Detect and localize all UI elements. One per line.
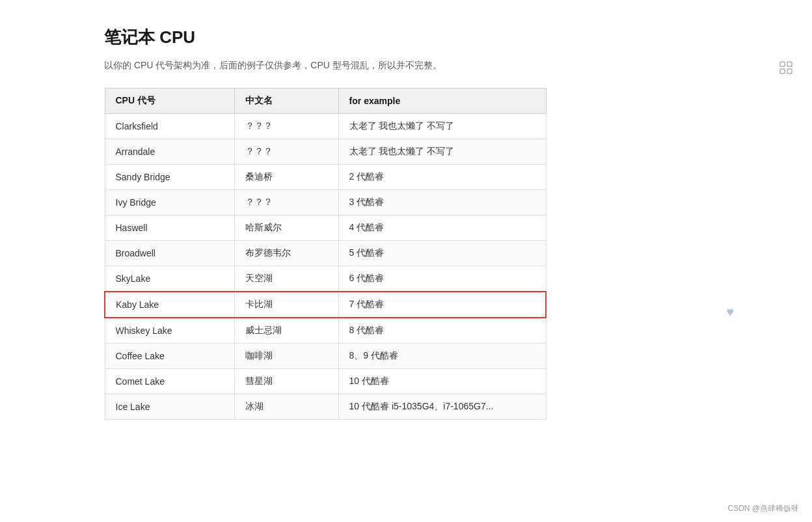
cell-cpu: Clarksfield (105, 114, 235, 139)
cell-cn: 卡比湖 (235, 292, 339, 318)
table-row: Clarksfield？？？太老了 我也太懒了 不写了 (105, 114, 546, 139)
cell-example: 10 代酷睿 i5-1035G4、i7-1065G7... (338, 394, 546, 420)
heart-icon: ♥ (726, 305, 734, 320)
cell-cpu: Sandy Bridge (105, 165, 235, 190)
col-header-cpu: CPU 代号 (105, 89, 235, 114)
cell-cpu: Arrandale (105, 139, 235, 165)
svg-rect-3 (787, 69, 792, 74)
main-content: 笔记本 CPU 以你的 CPU 代号架构为准，后面的例子仅供参考，CPU 型号混… (0, 0, 716, 446)
cell-example: 4 代酷睿 (338, 215, 546, 241)
cell-cpu: Coffee Lake (105, 344, 235, 369)
cell-example: 太老了 我也太懒了 不写了 (338, 114, 546, 139)
page-title: 笔记本 CPU (104, 26, 677, 49)
table-row: Whiskey Lake威士忌湖8 代酷睿 (105, 318, 546, 344)
cell-example: 2 代酷睿 (338, 165, 546, 190)
table-row: SkyLake天空湖6 代酷睿 (105, 266, 546, 292)
cell-cn: 桑迪桥 (235, 165, 339, 190)
svg-rect-2 (780, 69, 785, 74)
table-row: Comet Lake彗星湖10 代酷睿 (105, 369, 546, 394)
cell-cpu: Haswell (105, 215, 235, 241)
cell-cn: 威士忌湖 (235, 318, 339, 344)
cell-example: 太老了 我也太懒了 不写了 (338, 139, 546, 165)
cell-example: 5 代酷睿 (338, 241, 546, 266)
cell-cn: ？？？ (235, 114, 339, 139)
cell-cpu: Ivy Bridge (105, 190, 235, 215)
cell-cn: 哈斯威尔 (235, 215, 339, 241)
cell-example: 3 代酷睿 (338, 190, 546, 215)
footer-attribution: CSDN @燕肆稀饭呀 (727, 503, 799, 514)
cell-cn: 彗星湖 (235, 369, 339, 394)
table-row: Arrandale？？？太老了 我也太懒了 不写了 (105, 139, 546, 165)
cell-example: 8 代酷睿 (338, 318, 546, 344)
table-row: Ivy Bridge？？？3 代酷睿 (105, 190, 546, 215)
cell-example: 8、9 代酷睿 (338, 344, 546, 369)
cell-example: 7 代酷睿 (338, 292, 546, 318)
col-header-cn: 中文名 (235, 89, 339, 114)
cell-cpu: SkyLake (105, 266, 235, 292)
cell-cpu: Comet Lake (105, 369, 235, 394)
svg-rect-0 (780, 62, 785, 66)
cell-cpu: Broadwell (105, 241, 235, 266)
cell-example: 6 代酷睿 (338, 266, 546, 292)
table-row: Coffee Lake咖啡湖8、9 代酷睿 (105, 344, 546, 369)
table-row: Sandy Bridge桑迪桥2 代酷睿 (105, 165, 546, 190)
cell-cn: 天空湖 (235, 266, 339, 292)
cell-example: 10 代酷睿 (338, 369, 546, 394)
cell-cn: 布罗德韦尔 (235, 241, 339, 266)
table-row: Kaby Lake卡比湖7 代酷睿 (105, 292, 546, 318)
col-header-example: for example (338, 89, 546, 114)
table-body: Clarksfield？？？太老了 我也太懒了 不写了Arrandale？？？太… (105, 114, 546, 420)
page-subtitle: 以你的 CPU 代号架构为准，后面的例子仅供参考，CPU 型号混乱，所以并不完整… (104, 58, 677, 72)
cell-cn: 咖啡湖 (235, 344, 339, 369)
svg-rect-1 (787, 62, 792, 66)
cell-cpu: Ice Lake (105, 394, 235, 420)
table-row: Ice Lake冰湖10 代酷睿 i5-1035G4、i7-1065G7... (105, 394, 546, 420)
table-header-row: CPU 代号 中文名 for example (105, 89, 546, 114)
cell-cpu: Whiskey Lake (105, 318, 235, 344)
cpu-table: CPU 代号 中文名 for example Clarksfield？？？太老了… (104, 88, 547, 420)
cell-cn: 冰湖 (235, 394, 339, 420)
cell-cn: ？？？ (235, 190, 339, 215)
table-row: Broadwell布罗德韦尔5 代酷睿 (105, 241, 546, 266)
screen-icon[interactable] (776, 57, 796, 78)
cell-cpu: Kaby Lake (105, 292, 235, 318)
cell-cn: ？？？ (235, 139, 339, 165)
table-row: Haswell哈斯威尔4 代酷睿 (105, 215, 546, 241)
